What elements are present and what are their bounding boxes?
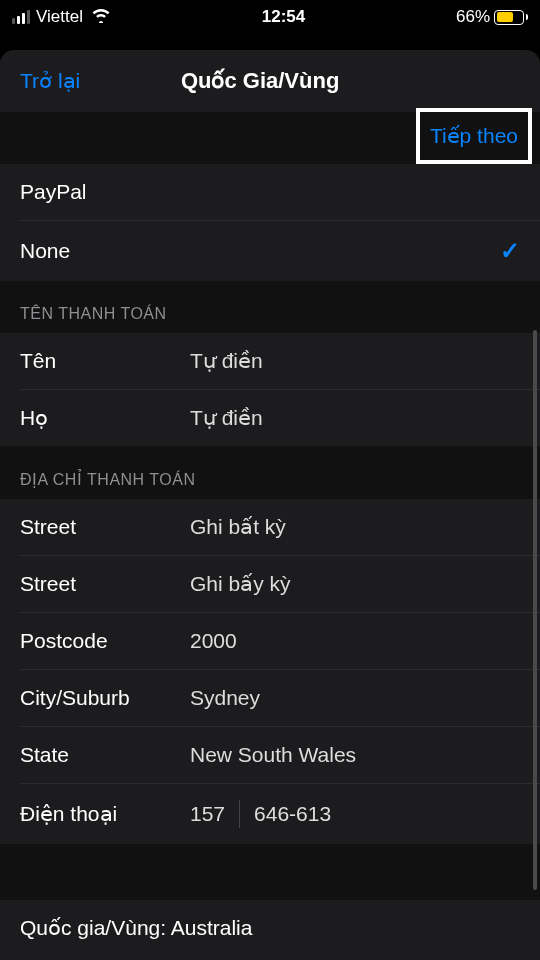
phone-number[interactable]: 646-613 <box>254 802 331 826</box>
city-value[interactable]: Sydney <box>190 686 260 710</box>
last-name-row[interactable]: Họ Tự điền <box>0 390 540 446</box>
street2-value[interactable]: Ghi bấy kỳ <box>190 572 291 596</box>
street1-value[interactable]: Ghi bất kỳ <box>190 515 286 539</box>
none-label: None <box>20 239 70 263</box>
back-button[interactable]: Trở lại <box>20 69 80 93</box>
paypal-label: PayPal <box>20 180 87 204</box>
page-title: Quốc Gia/Vùng <box>181 68 339 94</box>
content-scroll[interactable]: PayPal None ✓ TÊN THANH TOÁN Tên Tự điền… <box>0 112 540 956</box>
settings-sheet: Trở lại Quốc Gia/Vùng Tiếp theo PayPal N… <box>0 50 540 960</box>
postcode-label: Postcode <box>20 629 190 653</box>
carrier-label: Viettel <box>36 7 83 27</box>
city-row[interactable]: City/Suburb Sydney <box>0 670 540 726</box>
first-name-label: Tên <box>20 349 190 373</box>
country-region-label: Quốc gia/Vùng: Australia <box>20 916 252 940</box>
state-row[interactable]: State New South Wales <box>0 727 540 783</box>
country-region-row[interactable]: Quốc gia/Vùng: Australia <box>0 900 540 956</box>
billing-address-header: ĐỊA CHỈ THANH TOÁN <box>0 446 540 499</box>
checkmark-icon: ✓ <box>500 237 520 265</box>
nav-bar: Trở lại Quốc Gia/Vùng <box>0 50 540 112</box>
status-bar: Viettel 12:54 66% <box>0 0 540 28</box>
status-left: Viettel <box>12 7 111 28</box>
postcode-value[interactable]: 2000 <box>190 629 237 653</box>
battery-icon <box>494 10 528 25</box>
status-right: 66% <box>456 7 528 27</box>
billing-name-header: TÊN THANH TOÁN <box>0 281 540 333</box>
first-name-value[interactable]: Tự điền <box>190 349 263 373</box>
state-label: State <box>20 743 190 767</box>
clock-label: 12:54 <box>262 7 305 27</box>
last-name-value[interactable]: Tự điền <box>190 406 263 430</box>
phone-prefix[interactable]: 157 <box>190 802 225 826</box>
phone-row[interactable]: Điện thoại 157 646-613 <box>0 784 540 844</box>
payment-option-paypal[interactable]: PayPal <box>0 164 540 220</box>
battery-percent: 66% <box>456 7 490 27</box>
street1-row[interactable]: Street Ghi bất kỳ <box>0 499 540 555</box>
street2-row[interactable]: Street Ghi bấy kỳ <box>0 556 540 612</box>
signal-icon <box>12 10 30 24</box>
wifi-icon <box>91 7 111 28</box>
phone-value-group[interactable]: 157 646-613 <box>190 800 331 828</box>
first-name-row[interactable]: Tên Tự điền <box>0 333 540 389</box>
street2-label: Street <box>20 572 190 596</box>
postcode-row[interactable]: Postcode 2000 <box>0 613 540 669</box>
city-label: City/Suburb <box>20 686 190 710</box>
last-name-label: Họ <box>20 406 190 430</box>
street1-label: Street <box>20 515 190 539</box>
payment-option-none[interactable]: None ✓ <box>0 221 540 281</box>
phone-divider <box>239 800 240 828</box>
state-value[interactable]: New South Wales <box>190 743 356 767</box>
section-gap <box>0 844 540 900</box>
scrollbar[interactable] <box>533 330 537 890</box>
next-button[interactable]: Tiếp theo <box>416 108 532 164</box>
phone-label: Điện thoại <box>20 802 190 826</box>
